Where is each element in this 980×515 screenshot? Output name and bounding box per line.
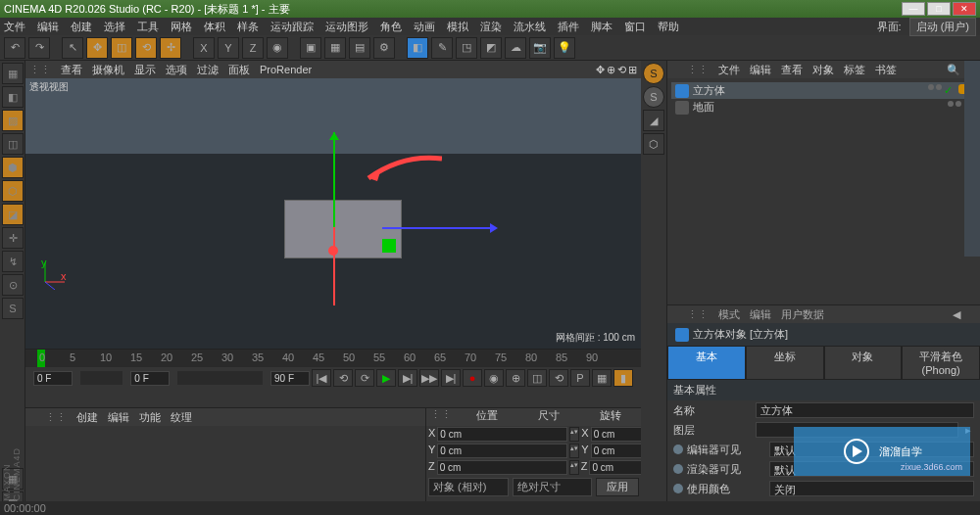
obj-tab-file[interactable]: 文件 (718, 63, 740, 77)
render-vis-radio[interactable] (673, 464, 683, 474)
goto-start[interactable]: |◀ (312, 369, 331, 387)
point-mode[interactable]: ⬢ (2, 157, 24, 178)
axis-plane-handle[interactable] (382, 239, 396, 253)
key-pla[interactable]: ▦ (592, 369, 612, 387)
menu-help[interactable]: 帮助 (658, 20, 679, 34)
edge-mode[interactable]: ⬡ (2, 180, 24, 202)
menu-volume[interactable]: 体积 (204, 20, 225, 34)
vp-prorender[interactable]: ProRender (260, 64, 312, 75)
minimize-button[interactable]: — (902, 2, 925, 16)
vp-rotate-icon[interactable]: ⟲ (617, 64, 626, 76)
key-rot[interactable]: ⟲ (549, 369, 568, 387)
attr-object-tab[interactable]: 对象 (824, 346, 903, 380)
menu-track[interactable]: 运动跟踪 (270, 20, 314, 34)
axis-z-gizmo[interactable] (333, 227, 335, 305)
rvp-sphere2[interactable]: S (643, 86, 664, 108)
content-browser-tab[interactable] (964, 61, 980, 257)
vp-options[interactable]: 选项 (166, 63, 187, 77)
mat-function[interactable]: 功能 (139, 410, 161, 425)
menu-character[interactable]: 角色 (380, 20, 402, 34)
vp-filter[interactable]: 过滤 (197, 63, 219, 77)
workplane-mode[interactable]: ◫ (2, 133, 24, 155)
attr-tab-edit[interactable]: 编辑 (750, 307, 771, 322)
key-mode[interactable]: ▮ (613, 369, 633, 387)
pos-y[interactable] (437, 444, 567, 458)
menu-create[interactable]: 创建 (71, 20, 92, 34)
record-button[interactable]: ● (463, 369, 482, 387)
coord-mode1[interactable]: 对象 (相对) (428, 478, 509, 496)
layout-dropdown[interactable]: 启动 (用户) (909, 18, 976, 36)
render-picture[interactable]: ▤ (349, 37, 370, 59)
key-pos[interactable]: ⊕ (506, 369, 525, 387)
maximize-button[interactable]: □ (927, 2, 951, 16)
key-scale[interactable]: ◫ (527, 369, 547, 387)
menu-file[interactable]: 文件 (4, 20, 25, 34)
pos-x[interactable] (437, 427, 567, 442)
last-tool[interactable]: ✢ (160, 37, 181, 59)
use-color-radio[interactable] (673, 484, 683, 493)
axis-x-gizmo[interactable] (382, 227, 490, 229)
undo-button[interactable]: ↶ (4, 37, 25, 59)
tweak-mode[interactable]: ↯ (2, 251, 24, 272)
attr-name-input[interactable] (756, 402, 974, 418)
viewport[interactable]: 透视视图 网格间距 : 100 cm y x (25, 78, 641, 349)
rotate-tool[interactable]: ⟲ (135, 37, 157, 59)
pos-z[interactable] (437, 460, 567, 475)
menu-script[interactable]: 脚本 (591, 20, 612, 34)
make-editable[interactable]: ▦ (2, 63, 24, 84)
camera-tool[interactable]: 📷 (529, 37, 551, 59)
axis-x-toggle[interactable]: X (193, 37, 215, 59)
axis-mode[interactable]: ✛ (2, 227, 24, 249)
next-key[interactable]: ▶▶ (419, 369, 439, 387)
render-view[interactable]: ▣ (300, 37, 321, 59)
cube-primitive[interactable]: ◧ (407, 37, 428, 59)
autokey-button[interactable]: ◉ (484, 369, 504, 387)
play-button[interactable]: ▶ (376, 369, 396, 387)
mat-texture[interactable]: 纹理 (171, 410, 192, 425)
attr-tab-mode[interactable]: 模式 (718, 307, 740, 322)
obj-tab-edit[interactable]: 编辑 (750, 63, 771, 77)
axis-y-toggle[interactable]: Y (218, 37, 239, 59)
coord-apply[interactable]: 应用 (596, 478, 639, 496)
vp-panel[interactable]: 面板 (228, 63, 250, 77)
next-frame[interactable]: ▶| (398, 369, 417, 387)
rvp-sphere1[interactable]: S (643, 63, 664, 84)
menu-simulate[interactable]: 模拟 (447, 20, 468, 34)
prev-frame[interactable]: ⟳ (355, 369, 374, 387)
coord-system[interactable]: ◉ (267, 37, 288, 59)
menu-animate[interactable]: 动画 (414, 20, 435, 34)
rvp-tool3[interactable]: ◢ (643, 110, 664, 131)
close-button[interactable]: ✕ (953, 2, 976, 16)
menu-mograph[interactable]: 运动图形 (325, 20, 368, 34)
key-param[interactable]: P (570, 369, 590, 387)
obj-tab-objects[interactable]: 对象 (812, 63, 834, 77)
mat-create[interactable]: 创建 (76, 410, 98, 425)
axis-z-toggle[interactable]: Z (242, 37, 264, 59)
render-region[interactable]: ▦ (324, 37, 346, 59)
frame-from[interactable] (130, 371, 170, 386)
move-tool[interactable]: ✥ (86, 37, 108, 59)
spline-tool[interactable]: ✎ (431, 37, 453, 59)
mat-edit[interactable]: 编辑 (108, 410, 129, 425)
vp-display[interactable]: 显示 (134, 63, 156, 77)
menu-edit[interactable]: 编辑 (37, 20, 59, 34)
rvp-tool4[interactable]: ⬡ (643, 133, 664, 155)
attr-coord-tab[interactable]: 坐标 (746, 346, 824, 380)
use-color-select[interactable]: 关闭 (769, 481, 974, 496)
timeline-ruler[interactable]: 0 5 10 15 20 25 30 35 40 45 50 55 60 65 … (25, 350, 641, 367)
menu-tools[interactable]: 工具 (137, 20, 159, 34)
coord-mode2[interactable]: 绝对尺寸 (513, 478, 593, 496)
light-tool[interactable]: 💡 (554, 37, 575, 59)
menu-spline[interactable]: 样条 (237, 20, 259, 34)
tree-item-floor[interactable]: 地面 ✓ (671, 99, 976, 116)
vp-view[interactable]: 查看 (61, 63, 82, 77)
vp-zoom-icon[interactable]: ⊕ (607, 64, 615, 76)
goto-end[interactable]: ▶| (441, 369, 461, 387)
menu-render[interactable]: 渲染 (480, 20, 502, 34)
texture-mode[interactable]: ▨ (2, 110, 24, 131)
frame-start[interactable] (33, 371, 73, 386)
vp-camera[interactable]: 摄像机 (92, 63, 124, 77)
menu-window[interactable]: 窗口 (624, 20, 646, 34)
enable-snap[interactable]: ⊙ (2, 274, 24, 296)
obj-tab-view[interactable]: 查看 (781, 63, 803, 77)
